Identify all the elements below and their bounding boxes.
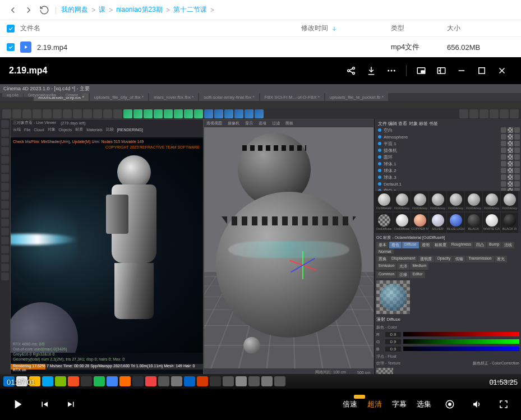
download-button[interactable] — [361, 61, 381, 81]
minimize-button[interactable] — [451, 61, 472, 81]
c4d-top-menu — [0, 101, 521, 109]
svg-rect-7 — [421, 71, 424, 73]
subtitle-button[interactable]: 字幕 — [392, 399, 407, 409]
col-date[interactable]: 修改时间 — [301, 24, 391, 33]
speed-button[interactable]: 倍速SVIP — [343, 399, 357, 409]
svg-rect-9 — [479, 68, 485, 74]
breadcrumb-bar: | 我的网盘> 课> niaoniao第23期> 第十二节课> — [0, 0, 521, 20]
close-button[interactable] — [492, 61, 512, 81]
fullscreen-button[interactable] — [495, 396, 512, 413]
episodes-button[interactable]: 选集 — [417, 399, 431, 409]
play-button[interactable] — [9, 396, 26, 413]
crumb-item[interactable]: 我的网盘 — [61, 5, 88, 15]
material-manager: OctMetal2OctGlossyOctGlossyOctGlossyOctG… — [375, 191, 521, 233]
c4d-toolbar — [0, 109, 521, 119]
current-time: 01:47:01 — [7, 378, 35, 386]
video-viewport[interactable]: Cinema 4D 2023.1.0 - [xq.c4d *] - 主要 Moo… — [0, 84, 521, 389]
object-manager: 文件 编辑 查看 对象 标签 书签空白Atmosphere平面.1摄像机圆环球体… — [375, 119, 521, 191]
row-checkbox[interactable] — [7, 43, 15, 51]
sidebar-toggle-button[interactable] — [431, 61, 451, 81]
col-type[interactable]: 类型 — [391, 24, 447, 33]
render-progress: Rendering 17.62% 7 Ms/sec Time: 00:00:28… — [11, 364, 203, 370]
player-controls: 倍速SVIP 超清 字幕 选集 — [0, 389, 521, 420]
c4d-window-title: Cinema 4D 2023.1.0 - [xq.c4d *] - 主要 — [0, 84, 521, 93]
render-gpu-status: RTX 4090 ms: 0/0Out-of-core used(max) 0(… — [13, 341, 201, 362]
file-row[interactable]: 2.19.mp4 mp4文件 656.02MB — [0, 37, 521, 57]
total-time: 01:53:25 — [489, 378, 518, 386]
material-preview — [376, 280, 410, 314]
forward-button[interactable] — [22, 4, 35, 16]
svg-point-3 — [388, 70, 389, 72]
col-size[interactable]: 大小 — [447, 24, 514, 33]
player-title: 2.19.mp4 — [9, 66, 47, 76]
render-preview — [11, 139, 203, 353]
file-name: 2.19.mp4 — [37, 43, 67, 52]
c4d-screenshot: Cinema 4D 2023.1.0 - [xq.c4d *] - 主要 Moo… — [0, 84, 521, 389]
c4d-left-toolbar — [0, 119, 10, 377]
svg-point-11 — [449, 403, 451, 406]
windows-taskbar: 21:44 2024/... — [0, 374, 521, 389]
refresh-button[interactable] — [38, 4, 50, 16]
file-size: 656.02MB — [447, 43, 514, 52]
next-button[interactable] — [63, 396, 80, 413]
record-button[interactable] — [441, 396, 458, 413]
prev-button[interactable] — [36, 396, 53, 413]
crumb-item[interactable]: niaoniao第23期 — [116, 5, 163, 15]
pip-button[interactable] — [411, 61, 431, 81]
svg-rect-8 — [437, 68, 445, 74]
crumb-item[interactable]: 第十二节课 — [173, 5, 207, 15]
volume-button[interactable] — [468, 396, 485, 413]
select-all-checkbox[interactable] — [7, 25, 15, 33]
col-name[interactable]: 文件名 — [20, 24, 301, 33]
file-type: mp4文件 — [391, 42, 447, 52]
c4d-perspective-viewport: 透视视图摄像机显示选项过滤面板 网格间距: 100 cm 500 cm — [204, 119, 374, 377]
svip-badge: SVIP — [354, 395, 365, 399]
crumb-item[interactable]: 课 — [99, 5, 105, 15]
svg-point-4 — [391, 70, 393, 72]
breadcrumb: 我的网盘> 课> niaoniao第23期> 第十二节课> — [61, 5, 214, 15]
video-file-icon — [20, 41, 31, 53]
share-button[interactable] — [341, 61, 361, 81]
attribute-manager: OC 材质 - OctaneMaterial [OctDiffuse9] 基本着… — [375, 233, 521, 377]
quality-button[interactable]: 超清 — [367, 399, 382, 409]
c4d-right-panels: 文件 编辑 查看 对象 标签 书签空白Atmosphere平面.1摄像机圆环球体… — [374, 119, 521, 377]
more-button[interactable] — [381, 61, 402, 81]
file-table-header: 文件名 修改时间 类型 大小 — [0, 20, 521, 37]
maximize-button[interactable] — [472, 61, 492, 81]
player-titlebar: 2.19.mp4 — [0, 57, 521, 84]
back-button[interactable] — [7, 4, 19, 16]
svg-point-5 — [394, 70, 395, 72]
sort-down-icon — [331, 26, 337, 31]
c4d-live-viewer: 三对象查看 - Live Viewer (279 days left) 云端Fi… — [10, 119, 204, 377]
